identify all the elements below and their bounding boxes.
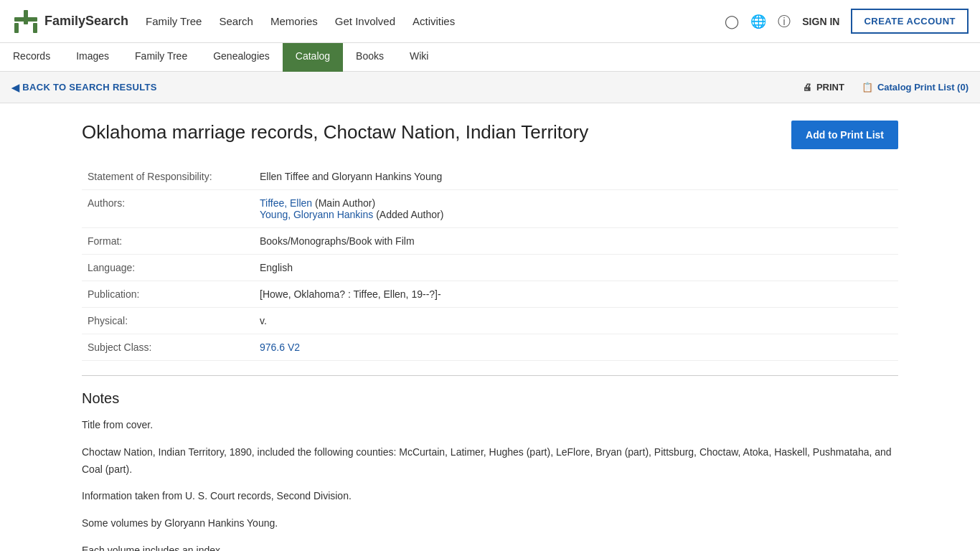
top-navigation: FamilySearch Family Tree Search Memories… (0, 0, 980, 43)
print-label: PRINT (816, 82, 844, 93)
field-value: Books/Monographs/Book with Film (254, 228, 898, 255)
svg-rect-3 (27, 17, 37, 22)
record-header: Oklahoma marriage records, Choctaw Natio… (82, 121, 898, 149)
notes-content: Title from cover. Choctaw Nation, Indian… (82, 417, 898, 551)
field-value: 976.6 V2 (254, 334, 898, 361)
print-icon: 🖨 (803, 82, 812, 93)
catalog-print-label: Catalog Print List (0) (877, 82, 969, 93)
help-icon[interactable]: ⓘ (778, 13, 791, 30)
subject-class-link[interactable]: 976.6 V2 (260, 342, 300, 353)
tab-catalog[interactable]: Catalog (283, 43, 343, 72)
nav-family-tree[interactable]: Family Tree (146, 15, 202, 27)
print-link[interactable]: 🖨 PRINT (803, 82, 844, 93)
svg-rect-6 (24, 20, 28, 24)
add-to-print-button[interactable]: Add to Print List (791, 121, 898, 149)
field-label: Format: (82, 228, 254, 255)
create-account-button[interactable]: CREATE ACCOUNT (851, 9, 969, 34)
svg-rect-4 (14, 23, 19, 33)
sign-in-link[interactable]: SIGN IN (802, 16, 839, 27)
table-row: Statement of Responsibility: Ellen Tiffe… (82, 164, 898, 190)
notes-title: Notes (82, 390, 898, 407)
record-details-table: Statement of Responsibility: Ellen Tiffe… (82, 164, 898, 361)
familysearch-logo-icon (11, 7, 40, 36)
logo-text: FamilySearch (44, 14, 128, 29)
print-actions: 🖨 PRINT 📋 Catalog Print List (0) (803, 82, 969, 93)
field-label: Authors: (82, 190, 254, 228)
tab-books[interactable]: Books (343, 43, 397, 72)
notes-paragraph: Choctaw Nation, Indian Territory, 1890, … (82, 444, 898, 479)
notes-paragraph: Information taken from U. S. Court recor… (82, 488, 898, 505)
author-link-tiffee[interactable]: Tiffee, Ellen (260, 197, 312, 209)
nav-memories[interactable]: Memories (270, 15, 318, 27)
main-nav-links: Family Tree Search Memories Get Involved… (146, 15, 725, 27)
field-value: Tiffee, Ellen (Main Author) Young, Glory… (254, 190, 898, 228)
notes-paragraph: Some volumes by Gloryann Hankins Young. (82, 515, 898, 532)
notes-section: Notes Title from cover. Choctaw Nation, … (82, 390, 898, 551)
breadcrumb-bar: ◀ BACK TO SEARCH RESULTS 🖨 PRINT 📋 Catal… (0, 72, 980, 103)
tab-genealogies[interactable]: Genealogies (200, 43, 283, 72)
table-row: Publication: [Howe, Oklahoma? : Tiffee, … (82, 281, 898, 308)
field-label: Statement of Responsibility: (82, 164, 254, 190)
nav-get-involved[interactable]: Get Involved (335, 15, 395, 27)
svg-rect-2 (14, 17, 24, 22)
record-title: Oklahoma marriage records, Choctaw Natio… (82, 121, 588, 145)
back-chevron-icon: ◀ (11, 82, 19, 93)
field-label: Publication: (82, 281, 254, 308)
sub-navigation: Records Images Family Tree Genealogies C… (0, 43, 980, 72)
catalog-print-icon: 📋 (862, 82, 873, 93)
nav-right-actions: ◯ 🌐 ⓘ SIGN IN CREATE ACCOUNT (725, 9, 969, 34)
table-row: Subject Class: 976.6 V2 (82, 334, 898, 361)
catalog-print-link[interactable]: 📋 Catalog Print List (0) (862, 82, 969, 93)
field-value: Ellen Tiffee and Gloryann Hankins Young (254, 164, 898, 190)
tab-records[interactable]: Records (0, 43, 63, 72)
notes-paragraph: Each volume includes an index. (82, 542, 898, 551)
tab-wiki[interactable]: Wiki (397, 43, 441, 72)
field-label: Language: (82, 255, 254, 281)
back-to-search-link[interactable]: ◀ BACK TO SEARCH RESULTS (11, 82, 157, 93)
nav-search[interactable]: Search (219, 15, 253, 27)
table-row: Format: Books/Monographs/Book with Film (82, 228, 898, 255)
table-row: Authors: Tiffee, Ellen (Main Author) You… (82, 190, 898, 228)
field-value: English (254, 255, 898, 281)
field-value: [Howe, Oklahoma? : Tiffee, Ellen, 19--?]… (254, 281, 898, 308)
notes-paragraph: Title from cover. (82, 417, 898, 434)
field-value: v. (254, 308, 898, 334)
logo[interactable]: FamilySearch (11, 7, 128, 36)
nav-activities[interactable]: Activities (413, 15, 455, 27)
section-divider (82, 375, 898, 376)
location-icon[interactable]: ◯ (725, 14, 739, 29)
table-row: Language: English (82, 255, 898, 281)
main-content: Oklahoma marriage records, Choctaw Natio… (70, 103, 910, 551)
tab-family-tree[interactable]: Family Tree (122, 43, 200, 72)
field-label: Subject Class: (82, 334, 254, 361)
field-label: Physical: (82, 308, 254, 334)
author-link-young[interactable]: Young, Gloryann Hankins (260, 209, 373, 220)
table-row: Physical: v. (82, 308, 898, 334)
svg-rect-5 (33, 23, 37, 33)
language-icon[interactable]: 🌐 (750, 14, 766, 29)
back-label: BACK TO SEARCH RESULTS (22, 82, 156, 93)
tab-images[interactable]: Images (63, 43, 122, 72)
